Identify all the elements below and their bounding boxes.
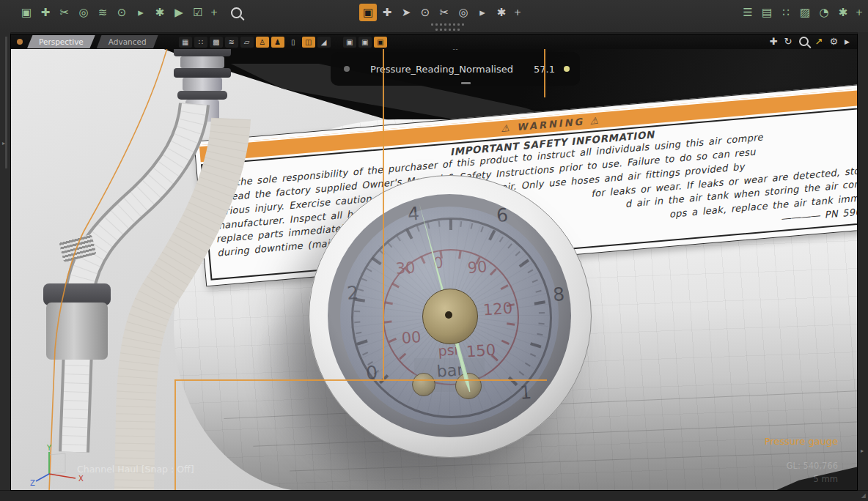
transform-icon[interactable]: ✚ [37, 4, 54, 21]
cut-icon[interactable]: ✂ [56, 4, 73, 21]
play-box-icon[interactable]: ▶ [170, 4, 188, 21]
pan-view-icon[interactable]: ✚ [770, 36, 778, 47]
quad-view-toggle[interactable]: ∷ [194, 37, 207, 48]
layout-toggle[interactable]: ▱ [240, 37, 254, 48]
texture-toggle[interactable]: ▦ [179, 37, 192, 48]
character-box-toggle[interactable]: ♟ [271, 37, 284, 48]
onion-skin-toggle[interactable]: ≋ [225, 37, 238, 48]
sticky-icon[interactable]: ✱ [493, 4, 510, 21]
guide-curve [11, 34, 858, 491]
checklist-chip-icon[interactable]: ☑ [189, 4, 207, 21]
selection-label: Pressure gauge [765, 436, 838, 447]
viewport-3d: ⚠ WARNING ⚠ IMPORTANT SAFETY INFORMATION… [10, 34, 858, 491]
camera-tool-icon[interactable]: ◎ [455, 4, 472, 21]
view-settings-icon[interactable]: ⚙ [829, 36, 838, 47]
lookthrough-toggle[interactable]: ▣ [343, 37, 356, 48]
scene-canvas[interactable]: ⚠ WARNING ⚠ IMPORTANT SAFETY INFORMATION… [11, 34, 857, 490]
backface-toggle[interactable]: ▩ [210, 37, 223, 48]
right-rail-arrow-icon[interactable]: ▸ [861, 448, 864, 454]
bottom-rail: ◢ [0, 490, 868, 501]
resize-grip-icon[interactable]: ◢ [861, 493, 866, 499]
tab-advanced[interactable]: Advanced [97, 35, 158, 48]
viewport-stat: GL: 540,766 [787, 461, 838, 471]
inspect-icon[interactable] [227, 4, 245, 21]
move-tool-icon[interactable]: ✚ [378, 4, 396, 21]
zoom-view-icon[interactable] [799, 37, 809, 46]
axis-gizmo: Y X Z [30, 445, 89, 490]
image-icon[interactable]: ▨ [796, 4, 814, 21]
left-rail: ▸ [0, 32, 11, 491]
toolbar-drag-handle-2[interactable] [435, 29, 460, 31]
record-target-icon[interactable]: ⊙ [113, 4, 130, 21]
add-right-icon[interactable]: + [853, 4, 865, 21]
viewport-pin-dot[interactable] [17, 39, 23, 45]
toolbar-drag-handle[interactable] [431, 23, 464, 26]
select-objects-icon[interactable]: ▣ [359, 4, 377, 21]
menu-icon[interactable]: ☰ [739, 4, 757, 21]
status-text: Channel Haul [Snap : Off] [77, 464, 194, 475]
profile-icon[interactable]: ⊙ [416, 4, 434, 21]
axis-z-label: Z [30, 479, 35, 487]
dots-grid-icon[interactable]: ∷ [777, 4, 795, 21]
lookthrough-target-toggle[interactable]: ▣ [358, 37, 372, 48]
lens-toggle[interactable]: ▯ [287, 37, 300, 48]
orbit-view-icon[interactable]: ↻ [784, 36, 792, 47]
shadow-toggle[interactable]: ◢ [317, 37, 331, 48]
top-toolbar: ▣ ✚ ✂ ◎ ≋ ⊙ ▸ ✱ ▶ ☑ + ▣ ✚ ➤ ⊙ ✂ ◎ ▸ ✱ + … [0, 0, 868, 33]
expand-view-icon[interactable]: ↗ [815, 36, 823, 47]
camera-icon[interactable]: ◎ [75, 4, 92, 21]
material-book-toggle[interactable]: ◫ [302, 37, 315, 48]
axis-x-label: X [78, 475, 84, 483]
left-rail-arrow-icon[interactable]: ▸ [2, 141, 5, 146]
character-toggle[interactable]: ♙ [256, 37, 269, 48]
cut-tool-icon[interactable]: ✂ [435, 4, 453, 21]
application-window: ▣ ✚ ✂ ◎ ≋ ⊙ ▸ ✱ ▶ ☑ + ▣ ✚ ➤ ⊙ ✂ ◎ ▸ ✱ + … [0, 0, 868, 501]
objects-icon[interactable]: ▣ [18, 4, 35, 21]
axis-y-label: Y [46, 445, 52, 452]
magnifier-icon [231, 7, 242, 18]
viewport-toolbar: Perspective Advanced ▦ ∷ ▩ ≋ ▱ ♙ ♟ ▯ ◫ ◢… [11, 34, 857, 49]
tab-perspective[interactable]: Perspective [27, 35, 95, 48]
sticky-gear-icon[interactable]: ✱ [151, 4, 169, 21]
toolbar-right-group: ☰ ▤ ∷ ▨ ◔ ✱ + [739, 4, 865, 21]
lookthrough-active-toggle[interactable]: ▣ [374, 37, 387, 48]
toolbar-left-group: ▣ ✚ ✂ ◎ ≋ ⊙ ▸ ✱ ▶ ☑ + [18, 4, 245, 21]
layers-icon[interactable]: ▤ [758, 4, 776, 21]
right-rail: ▸ [857, 32, 868, 491]
clip-forward-icon[interactable]: ▸ [132, 4, 150, 21]
view-more-icon[interactable]: ▶ [845, 38, 850, 45]
add-icon[interactable]: + [208, 4, 220, 21]
toolbar-center-group: ▣ ✚ ➤ ⊙ ✂ ◎ ▸ ✱ + [359, 4, 523, 21]
clip-play-icon[interactable]: ▸ [474, 4, 491, 21]
viewport-stat: 5 mm [814, 474, 838, 484]
timer-icon[interactable]: ◔ [815, 4, 833, 21]
left-rail-mark [5, 37, 7, 168]
select-arrow-icon[interactable]: ➤ [397, 4, 415, 21]
view-controls: ✚ ↻ ↗ ⚙ ▶ [770, 36, 850, 47]
sticky-star-icon[interactable]: ✱ [834, 4, 852, 21]
display-toggles: ▦ ∷ ▩ ≋ ▱ ♙ ♟ ▯ ◫ ◢ ▣ ▣ ▣ [179, 37, 389, 48]
add-tool-icon[interactable]: + [512, 4, 523, 21]
ropes-icon[interactable]: ≋ [94, 4, 111, 21]
